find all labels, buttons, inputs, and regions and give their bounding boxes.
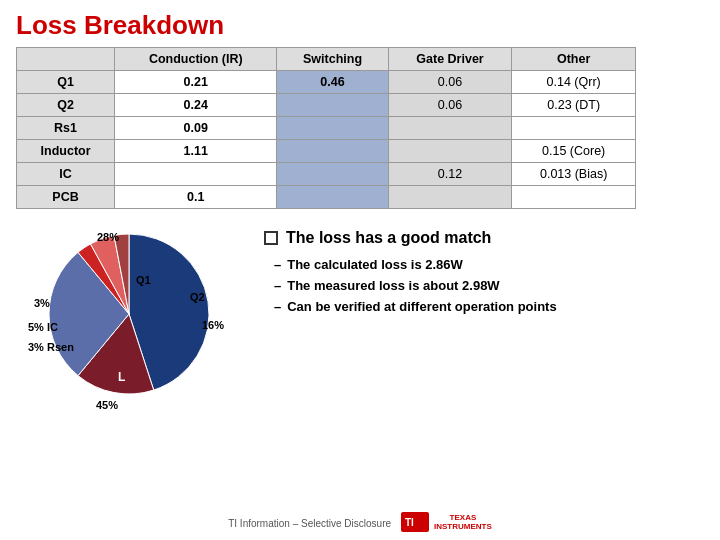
conduction-val: 0.1 <box>115 186 277 209</box>
svg-text:3%: 3% <box>34 297 50 309</box>
table-row: Inductor 1.11 0.15 (Core) <box>17 140 636 163</box>
page-title: Loss Breakdown <box>0 0 720 47</box>
footer: TI Information – Selective Disclosure TI… <box>0 512 720 534</box>
conduction-val: 1.11 <box>115 140 277 163</box>
switching-val <box>277 140 388 163</box>
pie-chart: 28% Q1 Q2 16% 3% 5% IC 3% Rsen L 45% <box>24 219 244 419</box>
other-val <box>512 117 636 140</box>
svg-text:TI: TI <box>405 517 414 528</box>
table-row: Q1 0.21 0.46 0.06 0.14 (Qrr) <box>17 71 636 94</box>
other-val: 0.013 (Bias) <box>512 163 636 186</box>
conduction-val: 0.24 <box>115 94 277 117</box>
switching-val <box>277 94 388 117</box>
switching-val <box>277 117 388 140</box>
svg-text:5% IC: 5% IC <box>28 321 58 333</box>
loss-table: Conduction (IR) Switching Gate Driver Ot… <box>16 47 636 209</box>
svg-text:Q2: Q2 <box>190 291 205 303</box>
table-row: PCB 0.1 <box>17 186 636 209</box>
other-val: 0.15 (Core) <box>512 140 636 163</box>
table-row: Rs1 0.09 <box>17 117 636 140</box>
col-header-conduction: Conduction (IR) <box>115 48 277 71</box>
other-val <box>512 186 636 209</box>
svg-text:Q1: Q1 <box>136 274 151 286</box>
main-point-text: The loss has a good match <box>286 229 491 247</box>
other-val: 0.23 (DT) <box>512 94 636 117</box>
svg-text:3% Rsen: 3% Rsen <box>28 341 74 353</box>
row-label: PCB <box>17 186 115 209</box>
gatedriver-val <box>388 140 512 163</box>
col-header-switching: Switching <box>277 48 388 71</box>
other-val: 0.14 (Qrr) <box>512 71 636 94</box>
table-row: IC 0.12 0.013 (Bias) <box>17 163 636 186</box>
footer-text: TI Information – Selective Disclosure <box>228 518 391 529</box>
conduction-val: 0.09 <box>115 117 277 140</box>
text-area: The loss has a good match The calculated… <box>264 219 696 320</box>
main-point: The loss has a good match <box>264 229 696 247</box>
gatedriver-val: 0.12 <box>388 163 512 186</box>
switching-val: 0.46 <box>277 71 388 94</box>
row-label: Inductor <box>17 140 115 163</box>
row-label: Rs1 <box>17 117 115 140</box>
checkbox-icon <box>264 231 278 245</box>
col-header-gatedriver: Gate Driver <box>388 48 512 71</box>
table-row: Q2 0.24 0.06 0.23 (DT) <box>17 94 636 117</box>
ti-logo: TI TEXASINSTRUMENTS <box>401 512 492 534</box>
svg-text:28%: 28% <box>97 231 119 243</box>
row-label: IC <box>17 163 115 186</box>
bullet-list: The calculated loss is 2.86W The measure… <box>264 257 696 314</box>
conduction-val <box>115 163 277 186</box>
svg-text:L: L <box>118 370 125 384</box>
row-label: Q2 <box>17 94 115 117</box>
gatedriver-val: 0.06 <box>388 94 512 117</box>
ti-logo-text: TEXASINSTRUMENTS <box>434 514 492 532</box>
row-label: Q1 <box>17 71 115 94</box>
svg-text:16%: 16% <box>202 319 224 331</box>
svg-text:45%: 45% <box>96 399 118 411</box>
col-header-empty <box>17 48 115 71</box>
switching-val <box>277 186 388 209</box>
bullet-item: Can be verified at different operation p… <box>274 299 696 314</box>
gatedriver-val <box>388 186 512 209</box>
gatedriver-val <box>388 117 512 140</box>
conduction-val: 0.21 <box>115 71 277 94</box>
bullet-item: The measured loss is about 2.98W <box>274 278 696 293</box>
col-header-other: Other <box>512 48 636 71</box>
bullet-item: The calculated loss is 2.86W <box>274 257 696 272</box>
gatedriver-val: 0.06 <box>388 71 512 94</box>
switching-val <box>277 163 388 186</box>
